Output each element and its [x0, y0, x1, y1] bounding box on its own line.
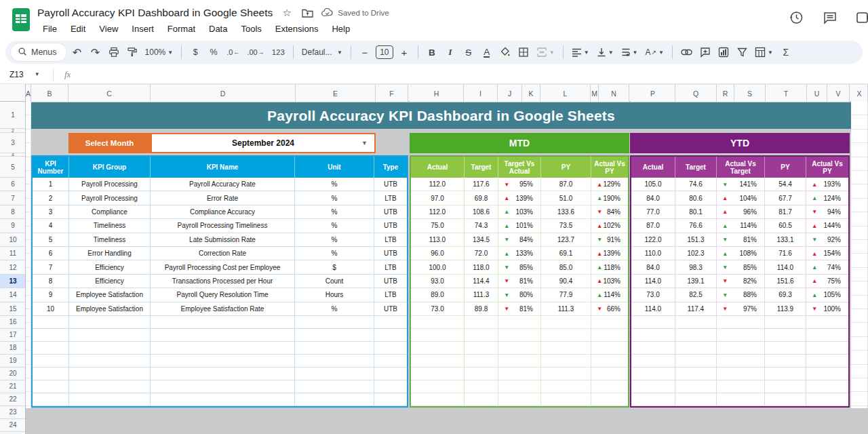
empty-cell[interactable] [69, 380, 151, 393]
empty-cell[interactable] [33, 329, 69, 342]
empty-cell[interactable] [806, 316, 848, 329]
mtd-target-vs-actual-cell[interactable]: ▼84% [498, 233, 541, 247]
kpi-type-cell[interactable]: LTB [374, 191, 407, 205]
row-header-3[interactable]: 3 [0, 133, 26, 153]
ytd-actual-vs-py-cell[interactable]: ▲193% [806, 178, 848, 191]
ytd-actual-cell[interactable]: 84.0 [631, 260, 675, 274]
mtd-actual-vs-py-cell[interactable]: ▲103% [591, 275, 628, 288]
kpi-name-cell[interactable]: Payroll Query Resolution Time [151, 288, 295, 302]
kpi-unit-cell[interactable]: % [295, 247, 374, 260]
menu-insert[interactable]: Insert [126, 22, 159, 35]
ytd-target-cell[interactable]: 80.6 [675, 191, 717, 205]
empty-cell[interactable] [675, 342, 717, 355]
row-header-10[interactable]: 10 [0, 233, 26, 247]
mtd-py-cell[interactable]: 69.1 [541, 247, 591, 260]
menu-file[interactable]: File [37, 22, 62, 35]
menu-format[interactable]: Format [162, 22, 201, 35]
kpi-name-cell[interactable]: Compliance Accuracy [151, 205, 295, 219]
empty-cell[interactable] [541, 329, 591, 342]
ytd-target-cell[interactable]: 139.1 [675, 275, 717, 288]
increase-decimal-button[interactable]: .00→ [245, 43, 266, 61]
link-icon[interactable] [679, 43, 694, 61]
kpi-type-cell[interactable]: LTB [374, 260, 407, 274]
empty-cell[interactable] [151, 380, 295, 393]
kpi-name-cell[interactable]: Payroll Processing Cost per Employee [151, 260, 295, 274]
row-header-23[interactable]: 23 [0, 406, 26, 419]
empty-cell[interactable] [675, 329, 717, 342]
mtd-target-cell[interactable]: 74.3 [465, 219, 498, 233]
mtd-actual-vs-py-cell[interactable]: ▼84% [591, 205, 628, 219]
empty-cell[interactable] [765, 329, 806, 342]
row-header-14[interactable]: 14 [0, 288, 26, 302]
empty-cell[interactable] [806, 368, 848, 380]
empty-cell[interactable] [151, 329, 295, 342]
mtd-py-cell[interactable]: 85.0 [541, 260, 591, 274]
row-header-24[interactable]: 24 [0, 419, 26, 432]
ytd-py-cell[interactable]: 54.4 [765, 178, 806, 191]
mtd-py-cell[interactable]: 73.5 [541, 219, 591, 233]
empty-cell[interactable] [675, 380, 717, 393]
mtd-actual-cell[interactable]: 113.0 [411, 233, 465, 247]
empty-cell[interactable] [631, 329, 675, 342]
ytd-py-cell[interactable]: 81.7 [765, 205, 806, 219]
empty-cell[interactable] [411, 368, 465, 380]
mtd-actual-vs-py-cell[interactable]: ▼66% [591, 302, 628, 316]
empty-cell[interactable] [765, 342, 806, 355]
ytd-py-cell[interactable]: 151.6 [765, 275, 806, 288]
ytd-actual-vs-target-cell[interactable]: ▼141% [717, 178, 765, 191]
empty-cell[interactable] [541, 368, 591, 380]
mtd-py-cell[interactable]: 87.0 [541, 178, 591, 191]
ytd-py-cell[interactable]: 69.3 [765, 288, 806, 302]
mtd-actual-vs-py-cell[interactable]: ▲118% [591, 260, 628, 274]
empty-cell[interactable] [806, 393, 848, 406]
row-header-1[interactable]: 1 [0, 102, 26, 129]
ytd-actual-cell[interactable]: 114.0 [631, 302, 675, 316]
empty-cell[interactable] [591, 380, 628, 393]
merge-cells-icon[interactable]: ▼ [534, 43, 557, 61]
kpi-name-cell[interactable]: Payroll Processing Timeliness [151, 219, 295, 233]
mtd-actual-vs-py-cell[interactable]: ▲129% [591, 178, 628, 191]
ytd-actual-vs-py-cell[interactable]: ▲144% [806, 219, 848, 233]
empty-cell[interactable] [717, 316, 765, 329]
mtd-actual-vs-py-cell[interactable]: ▲139% [591, 247, 628, 260]
mtd-actual-vs-py-cell[interactable]: ▲114% [591, 288, 628, 302]
text-wrap-icon[interactable]: ▼ [619, 43, 640, 61]
row-header-8[interactable]: 8 [0, 205, 26, 219]
empty-cell[interactable] [591, 393, 628, 406]
kpi-unit-cell[interactable]: % [295, 205, 374, 219]
ytd-actual-vs-target-cell[interactable]: ▼88% [717, 288, 765, 302]
select-all-corner[interactable] [0, 84, 26, 102]
increase-font-size-button[interactable]: + [397, 43, 412, 61]
menu-extensions[interactable]: Extensions [270, 22, 324, 35]
mtd-actual-cell[interactable]: 97.0 [411, 191, 465, 205]
column-header-e[interactable]: E [296, 85, 376, 102]
column-header-u[interactable]: U [807, 85, 827, 102]
kpi-unit-cell[interactable]: % [295, 219, 374, 233]
empty-cell[interactable] [465, 329, 498, 342]
dashboard-title-banner[interactable]: Payroll Accuracy KPI Dashboard in Google… [31, 102, 851, 129]
ytd-actual-vs-target-cell[interactable]: ▲108% [717, 247, 765, 260]
mtd-actual-cell[interactable]: 112.0 [411, 178, 465, 191]
ytd-py-cell[interactable]: 60.5 [765, 219, 806, 233]
empty-cell[interactable] [411, 380, 465, 393]
star-icon[interactable]: ☆ [281, 7, 293, 19]
ytd-actual-vs-py-cell[interactable]: ▲105% [806, 288, 848, 302]
empty-cell[interactable] [541, 316, 591, 329]
empty-cell[interactable] [498, 329, 541, 342]
empty-cell[interactable] [675, 355, 717, 368]
kpi-type-cell[interactable]: UTB [374, 302, 407, 316]
menu-tools[interactable]: Tools [235, 22, 267, 35]
mtd-actual-cell[interactable]: 73.0 [411, 302, 465, 316]
empty-cell[interactable] [33, 355, 69, 368]
mtd-target-vs-actual-cell[interactable]: ▼81% [498, 302, 541, 316]
empty-cell[interactable] [151, 342, 295, 355]
mtd-actual-cell[interactable]: 93.0 [411, 275, 465, 288]
mtd-actual-cell[interactable]: 96.0 [411, 247, 465, 260]
empty-cell[interactable] [374, 342, 407, 355]
ytd-actual-vs-target-cell[interactable]: ▼97% [717, 302, 765, 316]
empty-cell[interactable] [411, 329, 465, 342]
ytd-target-cell[interactable]: 151.3 [675, 233, 717, 247]
empty-column-a[interactable] [26, 102, 31, 408]
kpi-name-cell[interactable]: Late Submission Rate [151, 233, 295, 247]
column-header-n[interactable]: N [599, 85, 629, 102]
